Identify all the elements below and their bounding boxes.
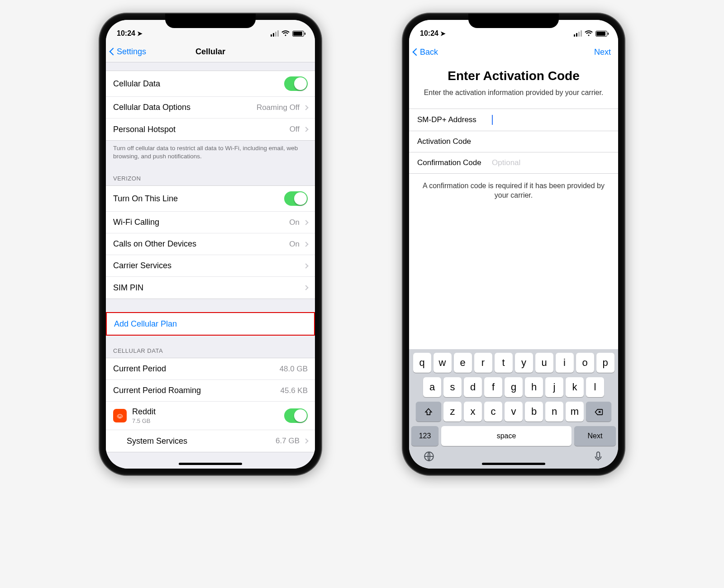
key-y[interactable]: y	[515, 353, 533, 373]
key-123[interactable]: 123	[411, 426, 438, 446]
key-e[interactable]: e	[454, 353, 472, 373]
key-g[interactable]: g	[505, 377, 523, 397]
key-n[interactable]: n	[545, 402, 563, 422]
row-carrier-services[interactable]: Carrier Services	[106, 255, 315, 277]
keyboard: qwertyuiop asdfghjkl zxcvbnm 123 space N…	[409, 349, 618, 469]
row-label: Carrier Services	[113, 261, 304, 270]
row-detail: 6.7 GB	[276, 436, 300, 446]
back-button[interactable]: Settings	[110, 47, 146, 57]
row-data-options[interactable]: Cellular Data Options Roaming Off	[106, 97, 315, 119]
key-p[interactable]: p	[596, 353, 614, 373]
key-u[interactable]: u	[535, 353, 553, 373]
chevron-right-icon	[303, 439, 308, 444]
row-current-roaming: Current Period Roaming 45.6 KB	[106, 380, 315, 402]
screen-right: 10:24 ➤ Back Next Enter Activation Code …	[409, 20, 618, 469]
key-v[interactable]: v	[505, 402, 523, 422]
row-detail: Roaming Off	[257, 103, 300, 112]
nav-bar: Settings Cellular	[106, 42, 315, 62]
back-button[interactable]: Back	[414, 47, 438, 57]
field-label: Confirmation Code	[417, 158, 487, 167]
keyboard-footer	[411, 446, 616, 462]
key-q[interactable]: q	[413, 353, 431, 373]
chevron-right-icon	[303, 105, 308, 110]
chevron-right-icon	[303, 127, 308, 132]
key-shift[interactable]	[416, 402, 441, 422]
row-label: System Services	[127, 436, 276, 446]
chevron-left-icon	[414, 47, 420, 57]
text-cursor	[492, 115, 493, 125]
toggle-cellular-data[interactable]	[284, 76, 308, 91]
notch	[165, 14, 256, 28]
key-f[interactable]: f	[484, 377, 502, 397]
key-i[interactable]: i	[556, 353, 574, 373]
field-placeholder: Optional	[492, 158, 520, 167]
row-sim-pin[interactable]: SIM PIN	[106, 277, 315, 299]
svg-point-2	[120, 416, 121, 417]
phone-left: 10:24 ➤ Settings Cellular Cellular Data	[100, 14, 321, 475]
key-space[interactable]: space	[441, 426, 572, 446]
row-current-period: Current Period 48.0 GB	[106, 358, 315, 380]
globe-icon[interactable]	[423, 450, 435, 462]
key-s[interactable]: s	[443, 377, 462, 397]
key-next[interactable]: Next	[574, 426, 616, 446]
key-c[interactable]: c	[484, 402, 502, 422]
chevron-right-icon	[303, 242, 308, 247]
phone-right: 10:24 ➤ Back Next Enter Activation Code …	[403, 14, 624, 475]
field-activation[interactable]: Activation Code	[409, 131, 618, 152]
key-l[interactable]: l	[586, 377, 604, 397]
key-r[interactable]: r	[474, 353, 492, 373]
next-button[interactable]: Next	[594, 47, 611, 57]
keyboard-row-3: zxcvbnm	[411, 402, 616, 422]
toggle-reddit[interactable]	[284, 408, 308, 423]
notch	[468, 14, 559, 28]
row-label: SIM PIN	[113, 283, 304, 293]
row-label: Cellular Data Options	[113, 103, 257, 112]
row-wifi-calling[interactable]: Wi-Fi Calling On	[106, 212, 315, 233]
key-w[interactable]: w	[433, 353, 452, 373]
row-turn-on-line[interactable]: Turn On This Line	[106, 186, 315, 212]
row-other-devices[interactable]: Calls on Other Devices On	[106, 233, 315, 255]
field-label: Activation Code	[417, 137, 487, 146]
chevron-right-icon	[303, 263, 308, 268]
home-indicator[interactable]	[482, 463, 545, 465]
wifi-icon	[585, 30, 593, 37]
key-o[interactable]: o	[576, 353, 594, 373]
key-d[interactable]: d	[464, 377, 482, 397]
row-label: Cellular Data	[113, 79, 284, 89]
row-detail: 48.0 GB	[280, 365, 308, 374]
key-m[interactable]: m	[566, 402, 584, 422]
key-z[interactable]: z	[443, 402, 462, 422]
key-j[interactable]: j	[545, 377, 563, 397]
reddit-icon	[113, 409, 127, 422]
field-smdp[interactable]: SM-DP+ Address	[409, 109, 618, 131]
home-indicator[interactable]	[179, 463, 242, 465]
key-k[interactable]: k	[566, 377, 584, 397]
key-x[interactable]: x	[464, 402, 482, 422]
section-header-cellular-data: CELLULAR DATA	[106, 336, 315, 358]
location-icon: ➤	[137, 30, 143, 37]
status-time: 10:24	[117, 29, 135, 38]
row-hotspot[interactable]: Personal Hotspot Off	[106, 119, 315, 140]
toggle-turn-on-line[interactable]	[284, 191, 308, 206]
back-label: Back	[420, 47, 438, 57]
hero: Enter Activation Code Enter the activati…	[409, 62, 618, 109]
settings-content[interactable]: Cellular Data Cellular Data Options Roam…	[106, 62, 315, 469]
key-t[interactable]: t	[495, 353, 513, 373]
row-app-reddit[interactable]: Reddit 7.5 GB	[106, 402, 315, 430]
field-confirmation[interactable]: Confirmation Code Optional	[409, 152, 618, 174]
row-cellular-data[interactable]: Cellular Data	[106, 71, 315, 97]
form-note: A confirmation code is required if it ha…	[409, 174, 618, 208]
row-label: Personal Hotspot	[113, 125, 290, 134]
group-add-plan: Add Cellular Plan	[106, 312, 315, 336]
svg-point-1	[118, 416, 119, 417]
keyboard-bottom: 123 space Next	[411, 426, 616, 446]
row-label: Current Period Roaming	[113, 386, 281, 395]
row-system-services[interactable]: System Services 6.7 GB	[106, 430, 315, 452]
row-add-cellular-plan[interactable]: Add Cellular Plan	[107, 313, 314, 335]
key-h[interactable]: h	[525, 377, 543, 397]
battery-icon	[292, 31, 304, 37]
key-a[interactable]: a	[423, 377, 441, 397]
key-delete[interactable]	[586, 402, 611, 422]
mic-icon[interactable]	[592, 450, 604, 462]
key-b[interactable]: b	[525, 402, 543, 422]
